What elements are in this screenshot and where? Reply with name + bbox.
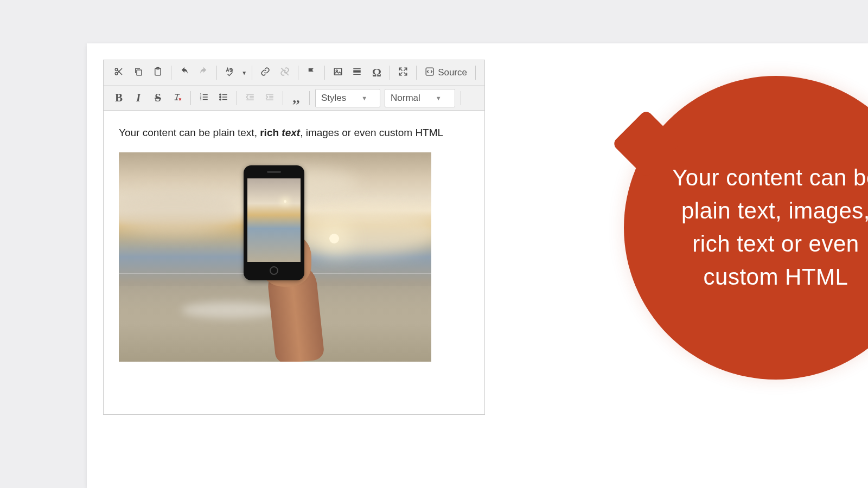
source-icon xyxy=(425,67,438,79)
content-paragraph: Your content can be plain text, rich tex… xyxy=(119,126,469,140)
clipboard-icon xyxy=(153,67,163,79)
scissors-icon xyxy=(114,67,124,79)
italic-icon: I xyxy=(136,92,141,104)
strike-icon: S xyxy=(155,92,161,104)
styles-label: Styles xyxy=(321,93,346,104)
source-button[interactable]: Source xyxy=(420,63,472,82)
wysiwyg-editor: ▼ Ω Source B xyxy=(103,60,485,415)
maximize-icon xyxy=(398,67,408,79)
svg-point-11 xyxy=(220,94,221,95)
unlink-icon xyxy=(280,67,290,79)
separator xyxy=(309,91,310,105)
separator xyxy=(237,91,237,105)
blockquote-button[interactable]: ,, xyxy=(287,89,305,107)
bold-button[interactable]: B xyxy=(110,89,128,107)
special-char-button[interactable]: Ω xyxy=(367,63,386,82)
callout-text: Your content can be plain text, images, … xyxy=(662,162,868,294)
unlink-button[interactable] xyxy=(276,63,294,82)
remove-format-button[interactable] xyxy=(168,89,187,107)
svg-point-12 xyxy=(220,96,221,97)
content-image xyxy=(119,152,431,362)
styles-dropdown[interactable]: Styles▼ xyxy=(315,89,380,107)
bullet-list-icon xyxy=(219,92,228,104)
spellcheck-button[interactable] xyxy=(221,63,239,82)
svg-point-13 xyxy=(220,99,221,100)
separator xyxy=(461,91,461,105)
redo-button[interactable] xyxy=(194,63,213,82)
indent-icon xyxy=(265,92,275,104)
separator xyxy=(416,66,417,80)
svg-rect-2 xyxy=(137,70,142,75)
strike-button[interactable]: S xyxy=(149,89,167,107)
redo-icon xyxy=(199,67,208,79)
separator xyxy=(475,66,476,80)
flag-icon xyxy=(307,67,316,79)
image-icon xyxy=(333,67,343,79)
outdent-icon xyxy=(245,92,255,104)
bold-icon: B xyxy=(115,92,123,104)
undo-button[interactable] xyxy=(175,63,194,82)
separator xyxy=(216,66,217,80)
format-dropdown[interactable]: Normal▼ xyxy=(385,89,455,107)
horizontal-rule-icon xyxy=(352,67,362,79)
indent-button[interactable] xyxy=(260,89,279,107)
editor-panel: ▼ Ω Source B xyxy=(87,43,868,488)
image-button[interactable] xyxy=(329,63,347,82)
editor-toolbar: ▼ Ω Source B xyxy=(104,60,484,111)
link-icon xyxy=(260,67,270,79)
separator xyxy=(283,91,283,105)
quote-icon: ,, xyxy=(293,94,300,102)
outdent-button[interactable] xyxy=(241,89,259,107)
bullet-list-button[interactable] xyxy=(214,89,233,107)
numbered-list-icon: 123 xyxy=(199,92,209,104)
text-bold-italic: text xyxy=(282,127,300,138)
anchor-button[interactable] xyxy=(302,63,321,82)
callout-bubble: Your content can be plain text, images, … xyxy=(624,76,868,380)
cut-button[interactable] xyxy=(110,63,128,82)
spellcheck-dropdown[interactable]: ▼ xyxy=(240,63,248,82)
separator xyxy=(298,66,298,80)
svg-text:3: 3 xyxy=(200,98,202,101)
source-label: Source xyxy=(438,67,467,78)
svg-rect-5 xyxy=(334,68,342,75)
separator xyxy=(324,66,325,80)
separator xyxy=(190,91,191,105)
text-bold: rich xyxy=(260,127,282,138)
copy-button[interactable] xyxy=(129,63,148,82)
undo-icon xyxy=(180,67,189,79)
paste-button[interactable] xyxy=(149,63,167,82)
maximize-button[interactable] xyxy=(394,63,412,82)
spellcheck-icon xyxy=(225,67,235,79)
caret-down-icon: ▼ xyxy=(241,70,247,76)
separator xyxy=(390,66,390,80)
toolbar-row-1: ▼ Ω Source xyxy=(104,60,484,85)
toolbar-row-2: B I S 123 ,, Styles▼ Normal▼ xyxy=(104,85,484,110)
copy-icon xyxy=(133,67,143,79)
link-button[interactable] xyxy=(256,63,275,82)
horizontal-rule-button[interactable] xyxy=(348,63,367,82)
omega-icon: Ω xyxy=(372,67,381,79)
text-plain: Your content can be plain text, xyxy=(119,127,260,138)
numbered-list-button[interactable]: 123 xyxy=(195,89,213,107)
format-label: Normal xyxy=(391,93,420,104)
separator xyxy=(171,66,171,80)
remove-format-icon xyxy=(173,92,182,104)
separator xyxy=(252,66,252,80)
editor-content[interactable]: Your content can be plain text, rich tex… xyxy=(104,111,484,414)
italic-button[interactable]: I xyxy=(129,89,148,107)
caret-down-icon: ▼ xyxy=(436,95,442,101)
text-plain: , images or even custom HTML xyxy=(300,127,443,138)
caret-down-icon: ▼ xyxy=(361,95,367,101)
